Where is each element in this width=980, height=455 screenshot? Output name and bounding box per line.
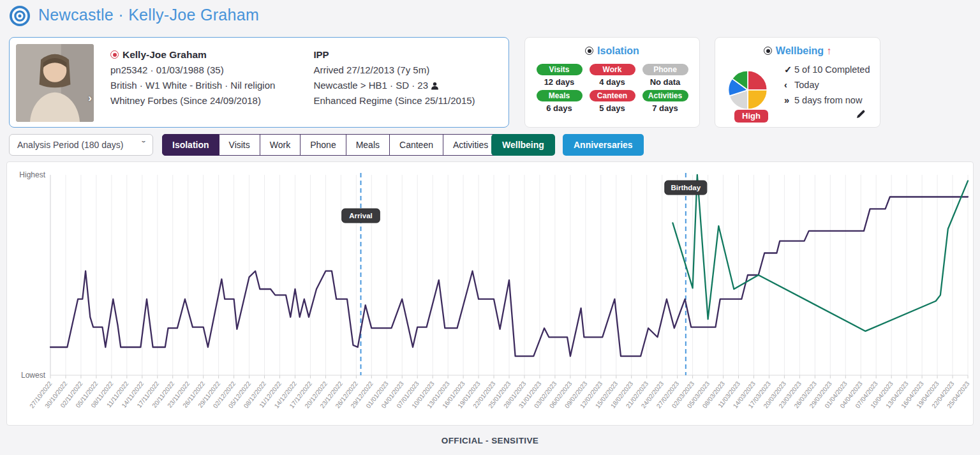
- analysis-period-select[interactable]: Analysis Period (180 days) ˇ: [9, 134, 153, 156]
- phone-value: No data: [639, 77, 692, 87]
- person-icon: [431, 82, 439, 90]
- wellbeing-status-list: ✓5 of 10 Completed ‹Today »5 days from n…: [784, 64, 870, 110]
- wellbeing-card-title: Wellbeing↑: [715, 38, 880, 57]
- pie-slice-red: [748, 71, 767, 90]
- prisoner-name-row: Kelly-Joe Graham: [110, 49, 275, 60]
- series-wellbeing: [672, 175, 968, 331]
- activities-value: 7 days: [639, 103, 692, 113]
- work-value: 4 days: [586, 77, 639, 87]
- canteen-badge: Canteen: [590, 90, 635, 101]
- chevron-down-icon: ˇ: [142, 140, 145, 149]
- wellbeing-next-row: »5 days from now: [784, 95, 870, 105]
- metric-button-group: IsolationVisitsWorkPhoneMealsCanteenActi…: [162, 134, 498, 156]
- wellbeing-last-text: Today: [794, 80, 819, 90]
- profile-details: Kelly-Joe Graham pn25342 · 01/03/1988 (3…: [94, 44, 275, 121]
- isolation-item-canteen: Canteen5 days: [586, 89, 639, 113]
- visits-value: 12 days: [533, 77, 586, 87]
- arrived-line: Arrived 27/12/2013 (7y 5m): [313, 64, 475, 75]
- prisoner-name: Kelly-Joe Graham: [122, 49, 207, 60]
- trend-up-arrow-icon: ↑: [826, 45, 831, 56]
- location-line: Newcastle > HB1 · SD · 23: [313, 80, 475, 91]
- pie-slice-amber: [748, 90, 767, 109]
- metric-button-work[interactable]: Work: [260, 134, 301, 156]
- isolation-item-activities: Activities7 days: [639, 89, 692, 113]
- y-axis-bottom-label: Lowest: [21, 371, 46, 380]
- wellbeing-completed-row: ✓5 of 10 Completed: [784, 64, 870, 75]
- isolation-summary-card: Isolation Visits12 daysWork4 daysPhoneNo…: [524, 37, 700, 128]
- prisoner-id-line: pn25342 · 01/03/1988 (35): [110, 64, 275, 75]
- event-label-text-birthday: Birthday: [671, 184, 701, 191]
- chevron-left-icon: ‹: [784, 80, 794, 90]
- isolation-card-title: Isolation: [525, 38, 699, 57]
- location-text: Newcastle > HB1 · SD · 23: [313, 80, 428, 91]
- wellbeing-bullseye-icon: [764, 47, 772, 55]
- wellbeing-pie-chart: [727, 69, 769, 111]
- app-header: Newcastle · Kelly-Joe Graham: [0, 0, 980, 32]
- isolation-item-visits: Visits12 days: [533, 63, 586, 87]
- meals-value: 6 days: [533, 103, 586, 113]
- isolation-item-work: Work4 days: [586, 63, 639, 87]
- wellbeing-pie-svg: [727, 69, 769, 111]
- event-label-text-arrival: Arrival: [349, 212, 372, 220]
- keyworker-line: Whitney Forbes (Since 24/09/2018): [110, 95, 275, 106]
- prisoner-ethnicity-line: British · W1 White - British · Nil relig…: [110, 80, 275, 91]
- metric-button-canteen[interactable]: Canteen: [390, 134, 443, 156]
- metric-button-meals[interactable]: Meals: [346, 134, 390, 156]
- wellbeing-completed-text: 5 of 10 Completed: [794, 64, 870, 75]
- meals-badge: Meals: [537, 90, 583, 101]
- sentence-type: IPP: [313, 49, 475, 60]
- isolation-bullseye-icon: [585, 47, 593, 55]
- isolation-item-meals: Meals6 days: [533, 89, 586, 113]
- metric-button-phone[interactable]: Phone: [301, 134, 346, 156]
- visits-badge: Visits: [537, 64, 583, 75]
- y-axis-top-label: Highest: [19, 170, 45, 179]
- classification-banner: OFFICIAL - SENSITIVE: [0, 436, 980, 445]
- wellbeing-last-row: ‹Today: [784, 80, 870, 90]
- double-chevron-right-icon: »: [784, 95, 794, 105]
- anniversaries-button[interactable]: Anniversaries: [563, 134, 644, 156]
- isolation-card-title-text: Isolation: [597, 45, 639, 56]
- wellbeing-card-title-text: Wellbeing: [776, 45, 824, 56]
- metric-button-isolation[interactable]: Isolation: [162, 134, 219, 156]
- metric-button-visits[interactable]: Visits: [219, 134, 260, 156]
- activities-badge: Activities: [642, 90, 688, 101]
- photo-next-icon[interactable]: ›: [88, 93, 92, 103]
- regime-line: Enhanced Regime (Since 25/11/2015): [313, 95, 475, 106]
- timeline-chart-svg: 27/10/202230/10/202202/11/202205/11/2022…: [7, 162, 973, 425]
- profile-card: › Kelly-Joe Graham pn25342 · 01/03/1988 …: [9, 37, 509, 128]
- isolation-item-phone: PhoneNo data: [639, 63, 692, 87]
- wellbeing-summary-card: Wellbeing↑ ✓5 of 10 Completed ‹Today »5 …: [715, 37, 880, 128]
- wellbeing-next-text: 5 days from now: [794, 95, 862, 105]
- page-title: Newcastle · Kelly-Joe Graham: [38, 6, 259, 24]
- record-bullseye-icon: [110, 50, 119, 59]
- wellbeing-button[interactable]: Wellbeing: [491, 134, 555, 156]
- isolation-grid: Visits12 daysWork4 daysPhoneNo dataMeals…: [525, 57, 699, 113]
- metric-button-activities[interactable]: Activities: [443, 134, 498, 156]
- avatar: [16, 44, 94, 122]
- phone-badge: Phone: [642, 64, 688, 75]
- work-badge: Work: [590, 64, 635, 75]
- canteen-value: 5 days: [586, 103, 639, 113]
- timeline-chart-panel: 27/10/202230/10/202202/11/202205/11/2022…: [6, 161, 974, 426]
- analysis-period-value: Analysis Period (180 days): [17, 140, 124, 150]
- sentence-details: IPP Arrived 27/12/2013 (7y 5m) Newcastle…: [275, 44, 475, 121]
- profile-photo: ›: [16, 44, 94, 122]
- check-icon: ✓: [784, 64, 794, 75]
- edit-pencil-icon[interactable]: [856, 109, 866, 119]
- app-logo-bullseye-icon: [9, 5, 31, 27]
- wellbeing-level-badge: High: [734, 110, 768, 123]
